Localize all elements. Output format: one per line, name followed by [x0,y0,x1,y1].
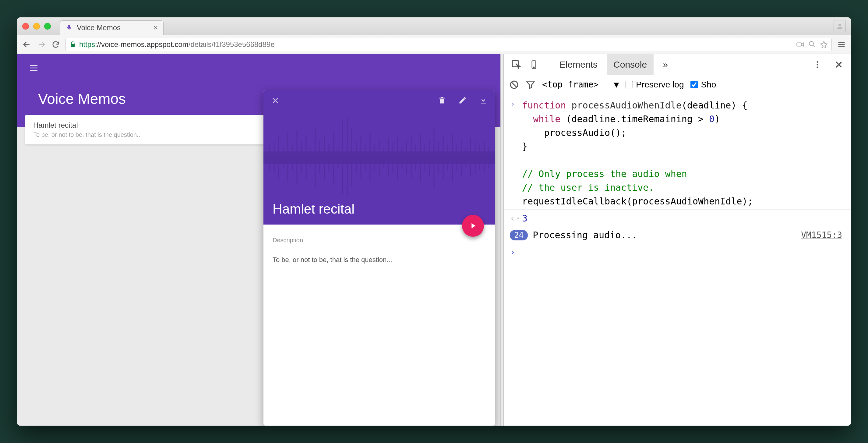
browser-menu-button[interactable] [837,40,846,49]
minimize-window-button[interactable] [33,23,40,30]
devtools-close-icon[interactable] [831,57,846,72]
browser-window: Voice Memos × https://voice-memos.appspo… [17,18,851,425]
frame-selector-label: <top frame> [542,80,598,90]
star-icon[interactable] [820,40,828,49]
zoom-icon[interactable] [808,40,816,49]
memo-detail-card: Hamlet recital Description To be, or not… [264,90,495,425]
browser-tab[interactable]: Voice Memos × [60,21,163,35]
console-result-row: ‹· 3 [504,209,851,227]
hamburger-icon[interactable] [29,63,39,73]
lock-icon [69,41,76,48]
svg-point-2 [809,41,813,46]
tab-console[interactable]: Console [607,54,654,75]
close-window-button[interactable] [22,23,29,30]
prompt-chevron-icon: › [510,247,522,258]
url-host: ://voice-memos.appspot.com [95,40,188,49]
titlebar: Voice Memos × [17,18,851,35]
svg-rect-1 [797,43,801,46]
omnibox-actions [796,40,828,49]
tab-close-icon[interactable]: × [154,24,158,32]
show-label: Sho [701,80,716,90]
url-path: /details/f1f3953e5668d89e [188,40,275,49]
show-toggle[interactable]: Sho [690,80,716,90]
inspect-element-icon[interactable] [508,57,524,72]
preserve-log-checkbox[interactable] [626,81,633,88]
log-count-badge: 24 [510,230,528,240]
detail-body: Description To be, or not to be, that is… [264,225,495,273]
devtools-resizer[interactable] [500,54,503,425]
detail-hero: Hamlet recital [264,90,495,225]
preserve-log-toggle[interactable]: Preserve log [626,80,684,90]
console-result: 3 [522,211,845,225]
url-text: https://voice-memos.appspot.com/details/… [79,40,275,49]
url-scheme: https [79,40,95,49]
description-label: Description [273,237,486,244]
filter-icon[interactable] [526,80,535,90]
reload-button[interactable] [52,40,60,49]
forward-button[interactable] [37,40,46,49]
profile-button[interactable] [834,20,846,32]
chevron-down-icon: ▼ [614,80,619,90]
svg-point-57 [817,64,818,65]
download-icon[interactable] [479,96,488,105]
detail-actions [438,96,488,105]
svg-point-58 [817,66,818,68]
app-pane: Voice Memos Hamlet recital To be, or not… [17,54,500,425]
preserve-log-label: Preserve log [636,80,684,90]
log-source-link[interactable]: VM1515:3 [801,230,845,240]
microphone-icon [66,24,73,31]
console-prompt[interactable] [522,247,845,258]
tab-elements[interactable]: Elements [553,54,604,75]
tab-more[interactable]: » [656,54,675,75]
maximize-window-button[interactable] [44,23,51,30]
devtools-menu-icon[interactable] [810,57,825,72]
frame-selector[interactable]: <top frame> ▼ [542,80,619,90]
address-bar[interactable]: https://voice-memos.appspot.com/details/… [65,38,832,51]
clear-console-icon[interactable] [509,80,519,90]
devtools-tabs: Elements Console » [504,54,851,75]
browser-toolbar: https://voice-memos.appspot.com/details/… [17,35,851,54]
camera-icon[interactable] [796,40,804,49]
devtools-pane: Elements Console » [503,54,851,425]
console-toolbar: <top frame> ▼ Preserve log Sho [504,75,851,94]
waveform-graphic [264,115,495,200]
console-output: › function processAudioWhenIdle(deadline… [504,94,851,425]
separator [547,58,547,71]
log-message: Processing audio... [533,230,637,240]
back-button[interactable] [22,40,31,49]
input-chevron-icon: › [510,98,522,208]
detail-title: Hamlet recital [273,201,354,217]
show-checkbox[interactable] [690,81,698,88]
delete-icon[interactable] [438,96,446,105]
description-text: To be, or not to be, that is the questio… [273,256,486,264]
svg-point-56 [817,61,818,62]
window-controls [22,23,51,30]
output-chevron-icon: ‹· [510,213,522,224]
console-log-row: 24 Processing audio... VM1515:3 [504,227,851,243]
content-area: Voice Memos Hamlet recital To be, or not… [17,54,851,425]
console-input-row: › function processAudioWhenIdle(deadline… [504,97,851,209]
devtools-tabs-right [810,57,846,72]
toggle-device-icon[interactable] [526,57,541,72]
console-prompt-row[interactable]: › [504,243,851,261]
tab-title: Voice Memos [77,24,121,32]
edit-icon[interactable] [458,96,467,105]
close-detail-button[interactable] [271,96,280,105]
console-code[interactable]: function processAudioWhenIdle(deadline) … [522,98,845,208]
play-button[interactable] [462,215,484,237]
svg-point-0 [838,24,841,26]
svg-point-55 [534,67,534,68]
